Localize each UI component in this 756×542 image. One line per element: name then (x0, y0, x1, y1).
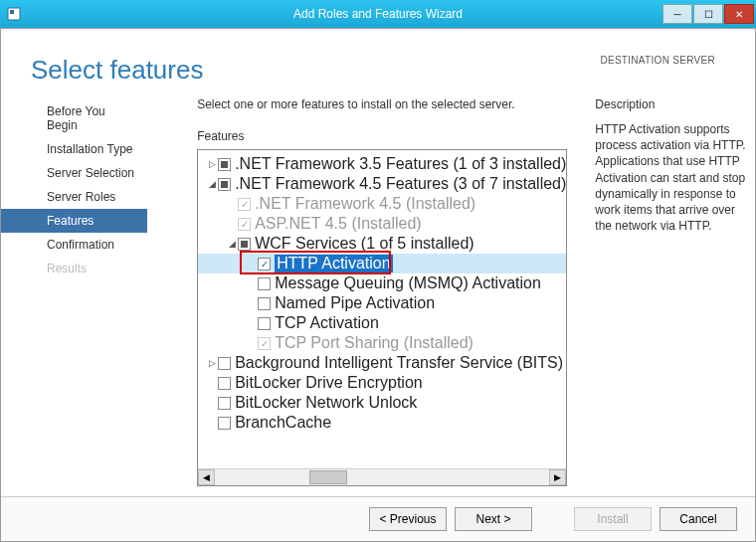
tree-label[interactable]: WCF Services (1 of 5 installed) (255, 235, 474, 253)
feature-checkbox (238, 198, 251, 211)
sidebar-item-before-you-begin[interactable]: Before You Begin (1, 99, 147, 137)
feature-checkbox[interactable] (258, 317, 271, 330)
tree-row[interactable]: TCP Port Sharing (Installed) (198, 333, 566, 353)
tree-label[interactable]: .NET Framework 3.5 Features (1 of 3 inst… (235, 155, 566, 173)
close-button[interactable]: ✕ (724, 4, 754, 24)
minimize-button[interactable]: ─ (662, 4, 692, 24)
maximize-button[interactable]: ☐ (693, 4, 723, 24)
tree-label[interactable]: BitLocker Network Unlock (235, 394, 417, 412)
feature-checkbox[interactable] (218, 377, 231, 390)
app-icon (6, 6, 22, 22)
description-heading: Description (595, 97, 747, 111)
sidebar-item-results: Results (1, 257, 147, 280)
feature-checkbox[interactable] (218, 397, 231, 410)
tree-label[interactable]: BranchCache (235, 414, 331, 432)
tree-row[interactable]: TCP Activation (198, 313, 566, 333)
tree-row[interactable]: BitLocker Network Unlock (198, 393, 566, 413)
feature-checkbox[interactable] (218, 178, 231, 191)
horizontal-scrollbar[interactable]: ◀ ▶ (198, 468, 566, 485)
feature-checkbox[interactable] (218, 158, 231, 171)
tree-label[interactable]: Named Pipe Activation (275, 294, 435, 312)
destination-server-label: DESTINATION SERVER (600, 55, 715, 66)
tree-row[interactable]: ◢WCF Services (1 of 5 installed) (198, 234, 566, 254)
tree-label[interactable]: Background Intelligent Transfer Service … (235, 354, 563, 372)
cancel-button[interactable]: Cancel (660, 507, 737, 531)
tree-row[interactable]: ◢.NET Framework 4.5 Features (3 of 7 ins… (198, 174, 566, 194)
page-title: Select features (31, 55, 203, 86)
sidebar-item-server-selection[interactable]: Server Selection (1, 161, 147, 185)
svg-rect-1 (10, 10, 14, 14)
description-body: HTTP Activation supports process activat… (595, 121, 747, 234)
feature-checkbox[interactable] (258, 277, 271, 290)
tree-row[interactable]: HTTP Activation (198, 254, 566, 273)
titlebar[interactable]: Add Roles and Features Wizard ─ ☐ ✕ (0, 0, 756, 28)
feature-checkbox (238, 218, 251, 231)
sidebar-item-installation-type[interactable]: Installation Type (1, 137, 147, 161)
features-tree[interactable]: ▷.NET Framework 3.5 Features (1 of 3 ins… (197, 149, 567, 486)
tree-label[interactable]: ASP.NET 4.5 (Installed) (255, 215, 422, 233)
sidebar-item-confirmation[interactable]: Confirmation (1, 233, 147, 257)
feature-checkbox[interactable] (218, 417, 231, 430)
tree-label[interactable]: TCP Activation (275, 314, 379, 332)
scroll-left-arrow[interactable]: ◀ (198, 469, 215, 485)
previous-button[interactable]: < Previous (369, 507, 447, 531)
feature-checkbox (258, 337, 271, 350)
collapse-icon[interactable]: ◢ (226, 239, 238, 249)
tree-label[interactable]: BitLocker Drive Encryption (235, 374, 423, 392)
expand-icon[interactable]: ▷ (206, 159, 218, 169)
window-title: Add Roles and Features Wizard (293, 7, 463, 21)
next-button[interactable]: Next > (455, 507, 532, 531)
instruction-text: Select one or more features to install o… (197, 97, 567, 111)
tree-row[interactable]: BranchCache (198, 413, 566, 433)
feature-checkbox[interactable] (258, 297, 271, 310)
feature-checkbox[interactable] (218, 357, 231, 370)
tree-row[interactable]: Message Queuing (MSMQ) Activation (198, 273, 566, 293)
tree-label[interactable]: .NET Framework 4.5 (Installed) (255, 195, 475, 213)
tree-label[interactable]: .NET Framework 4.5 Features (3 of 7 inst… (235, 175, 566, 193)
tree-label[interactable]: TCP Port Sharing (Installed) (275, 334, 473, 352)
expand-icon[interactable]: ▷ (206, 358, 218, 368)
tree-row[interactable]: BitLocker Drive Encryption (198, 373, 566, 393)
sidebar-item-server-roles[interactable]: Server Roles (1, 185, 147, 209)
scroll-thumb[interactable] (309, 470, 347, 484)
tree-row[interactable]: ASP.NET 4.5 (Installed) (198, 214, 566, 234)
install-button: Install (574, 507, 652, 531)
collapse-icon[interactable]: ◢ (206, 179, 218, 189)
features-label: Features (197, 129, 567, 143)
tree-label[interactable]: Message Queuing (MSMQ) Activation (275, 274, 541, 292)
wizard-sidebar: Before You Begin Installation Type Serve… (1, 97, 147, 486)
tree-row[interactable]: ▷Background Intelligent Transfer Service… (198, 353, 566, 373)
tree-row[interactable]: .NET Framework 4.5 (Installed) (198, 194, 566, 214)
tree-row[interactable]: Named Pipe Activation (198, 293, 566, 313)
feature-checkbox[interactable] (238, 238, 251, 251)
scroll-right-arrow[interactable]: ▶ (549, 469, 566, 485)
wizard-footer: < Previous Next > Install Cancel (1, 496, 755, 541)
sidebar-item-features[interactable]: Features (1, 209, 147, 233)
feature-checkbox[interactable] (258, 258, 271, 271)
tree-row[interactable]: ▷.NET Framework 3.5 Features (1 of 3 ins… (198, 154, 566, 174)
tree-label[interactable]: HTTP Activation (275, 255, 392, 272)
